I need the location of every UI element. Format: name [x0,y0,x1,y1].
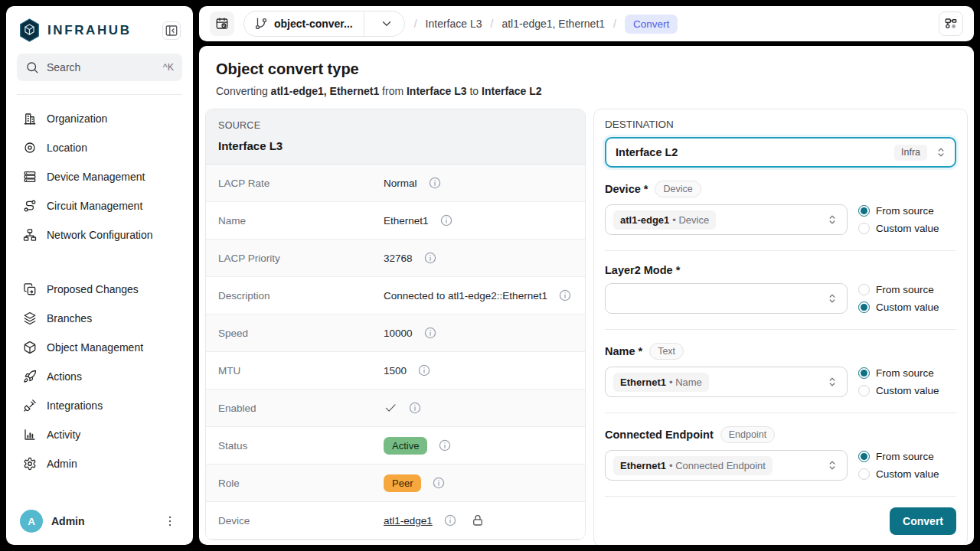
row-value-wrap [384,401,422,415]
row-value-wrap: 1500 [384,364,431,377]
radio-icon [858,223,870,234]
panel-collapse-icon [165,24,178,37]
schema-icon [944,17,958,31]
radio-from-source[interactable]: From source [858,451,956,462]
field-kind-badge: Text [649,343,684,360]
info-icon[interactable] [408,401,422,415]
destination-type-select[interactable]: Interface L2 Infra [605,137,956,168]
layer2-mode-select[interactable] [605,283,848,314]
info-icon[interactable] [423,326,437,340]
branch-selector[interactable]: object-conver... [243,11,405,37]
radio-custom-value[interactable]: Custom value [858,302,956,313]
field-layer2-mode: Layer2 Mode * From source Custom value [605,251,956,330]
row-value: Normal [384,178,417,189]
info-icon[interactable] [443,514,457,527]
sidebar-item-label: Branches [47,312,92,324]
connected-endpoint-select[interactable]: Ethernet1Connected Endpoint [605,450,848,481]
table-row: Name Ethernet1 [206,202,585,240]
row-value-wrap: Active [384,437,452,455]
sidebar-item-device-management[interactable]: Device Management [17,162,182,191]
row-value: 32768 [384,253,413,264]
device-select[interactable]: atl1-edge1Device [605,204,848,235]
sidebar: INFRAHUB Search ^K Organization Location… [6,6,193,545]
source-panel-label: SOURCE [218,120,573,131]
sidebar-item-organization[interactable]: Organization [17,104,182,133]
radio-label: Custom value [876,302,939,313]
row-label: LACP Priority [218,253,384,264]
divider [17,94,182,95]
sidebar-item-branches[interactable]: Branches [17,304,182,333]
info-icon[interactable] [428,176,442,190]
convert-button[interactable]: Convert [890,507,956,535]
sidebar-item-location[interactable]: Location [17,133,182,162]
chevrons-up-down-icon [825,458,839,472]
calendar-clock-icon [215,17,229,31]
sidebar-item-circuit-management[interactable]: Circuit Management [17,191,182,220]
radio-custom-value[interactable]: Custom value [858,223,956,234]
field-kind-badge: Device [655,181,701,197]
radio-from-source[interactable]: From source [858,367,956,379]
search-icon [25,60,39,74]
row-label: Device [218,515,384,527]
name-select[interactable]: Ethernet1Name [605,367,848,397]
info-icon[interactable] [417,364,431,377]
sidebar-item-integrations[interactable]: Integrations [17,391,182,420]
breadcrumb-convert[interactable]: Convert [625,15,678,34]
radio-icon [858,367,870,379]
row-value-wrap: atl1-edge1 [384,514,485,527]
sidebar-item-network-configuration[interactable]: Network Configuration [17,220,182,249]
page-head: Object convert type Converting atl1-edge… [216,60,957,97]
selected-value-suffix: Device [672,214,709,226]
time-travel-button[interactable] [210,11,234,36]
selected-value-pill: Ethernet1Name [613,373,709,392]
radio-custom-value[interactable]: Custom value [858,468,956,480]
row-value: 1500 [384,365,407,377]
sidebar-item-proposed-changes[interactable]: Proposed Changes [17,275,182,304]
search-shortcut: ^K [163,62,174,73]
rocket-icon [23,370,37,383]
radio-custom-value[interactable]: Custom value [858,385,956,396]
sidebar-item-admin[interactable]: Admin [17,449,182,478]
subtitle-text: to [467,85,482,97]
source-mode-radios: From source Custom value [858,284,956,313]
sidebar-collapse-button[interactable] [162,21,181,40]
page-subtitle: Converting atl1-edge1, Ethernet1 from In… [216,85,957,97]
table-row: Description Connected to atl1-edge2::Eth… [206,277,585,315]
table-row: MTU 1500 [206,352,585,390]
namespace-badge: Infra [894,145,927,161]
table-row: Role Peer [206,465,585,502]
user-menu-button[interactable] [161,512,179,530]
radio-from-source[interactable]: From source [858,205,956,217]
source-mode-radios: From source Custom value [858,367,956,396]
device-link[interactable]: atl1-edge1 [384,515,433,527]
info-icon[interactable] [439,214,453,227]
schema-button[interactable] [939,11,963,36]
row-label: Description [218,290,384,302]
radio-from-source[interactable]: From source [858,284,956,295]
info-icon[interactable] [438,439,452,452]
info-icon[interactable] [423,251,437,265]
search-input[interactable]: Search ^K [17,54,182,81]
git-branch-icon [254,17,268,31]
table-row: Device atl1-edge1 [206,502,585,540]
user-row: A Admin [17,505,182,536]
destination-type-value: Interface L2 [616,146,678,158]
proposed-changes-icon [23,282,37,296]
nav-secondary: Proposed Changes Branches Object Managem… [17,275,182,478]
field-label-row: Connected Endpoint Endpoint [605,426,956,443]
breadcrumb-interface-l3[interactable]: Interface L3 [426,18,482,30]
info-icon[interactable] [432,476,446,490]
info-icon[interactable] [558,289,572,302]
sidebar-item-label: Location [47,142,87,154]
sidebar-item-actions[interactable]: Actions [17,362,182,391]
row-value-wrap: Ethernet1 [384,214,453,227]
breadcrumb-object[interactable]: atl1-edge1, Ethernet1 [501,18,605,30]
sidebar-item-object-management[interactable]: Object Management [17,333,182,362]
sidebar-item-activity[interactable]: Activity [17,420,182,449]
radio-label: From source [876,205,934,217]
type-select-right: Infra [894,145,948,161]
radio-label: From source [876,451,934,462]
branch-dropdown-toggle[interactable] [371,17,403,31]
sidebar-item-label: Integrations [47,399,103,412]
row-label: MTU [218,365,384,377]
